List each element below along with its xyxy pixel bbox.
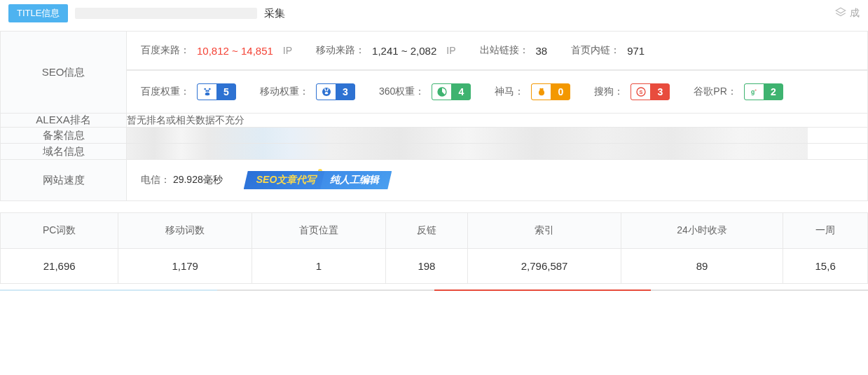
- stack-icon: [834, 6, 847, 21]
- stats-header-row: PC词数 移动词数 首页位置 反链 索引 24小时收录 一周: [1, 213, 868, 249]
- ip-suffix: IP: [283, 45, 292, 56]
- speed-row: 网站速度 电信： 29.928毫秒 SEO文章代写 纯人工编辑: [1, 160, 868, 201]
- stats-header[interactable]: 24小时收录: [621, 213, 783, 249]
- baidu-paw-icon: [197, 83, 216, 100]
- promo-badge[interactable]: SEO文章代写 纯人工编辑: [244, 171, 392, 189]
- stats-value[interactable]: 21,696: [1, 249, 118, 284]
- baidu-weight-value: 5: [216, 83, 236, 100]
- stats-value[interactable]: 89: [621, 249, 783, 284]
- shenma-weight-value: 0: [551, 83, 570, 100]
- stats-header[interactable]: 移动词数: [118, 213, 252, 249]
- title-bar: TITLE信息 采集 成: [0, 0, 868, 27]
- mobile-traffic-label: 移动来路：: [316, 44, 365, 57]
- sogou-weight-value: 3: [650, 83, 670, 100]
- 360-weight-badge[interactable]: 4: [432, 83, 471, 100]
- title-badge: TITLE信息: [8, 4, 68, 22]
- home-inlinks-value[interactable]: 971: [627, 45, 645, 57]
- shenma-weight-badge[interactable]: 0: [531, 83, 570, 100]
- baidu-traffic-value[interactable]: 10,812 ~ 14,851: [197, 45, 273, 57]
- 360-weight: 360权重： 4: [379, 83, 471, 100]
- svg-point-2: [539, 88, 542, 90]
- alexa-value: 暂无排名或相关数据不充分: [127, 114, 868, 128]
- icp-label: 备案信息: [1, 128, 127, 144]
- accent-segment: [0, 289, 217, 291]
- domain-value: [127, 144, 868, 160]
- seo-row: SEO信息 百度来路： 10,812 ~ 14,851 IP 移动来路： 1,2…: [1, 32, 868, 71]
- mobile-weight: 移动权重： 3: [260, 83, 355, 100]
- speed-value: 29.928毫秒: [173, 174, 223, 185]
- accent-segment: [217, 289, 434, 291]
- stats-value[interactable]: 1: [252, 249, 386, 284]
- stats-header[interactable]: 一周: [783, 213, 868, 249]
- promo-left-text: SEO文章代写: [244, 171, 326, 189]
- stats-value-row: 21,696 1,179 1 198 2,796,587 89 15,6: [1, 249, 868, 284]
- sogou-weight-badge[interactable]: S 3: [631, 83, 670, 100]
- seo-weights-cell: 百度权重： 5 移动权重： 3: [127, 71, 868, 114]
- title-masked: [75, 8, 257, 19]
- google-icon: g+: [744, 83, 764, 100]
- google-pr-badge[interactable]: g+ 2: [744, 83, 783, 100]
- bottom-accent: [0, 289, 868, 291]
- alexa-label: ALEXA排名: [1, 114, 127, 128]
- stats-header[interactable]: 反链: [385, 213, 468, 249]
- speed-isp-label: 电信：: [141, 174, 170, 185]
- accent-segment: [651, 289, 868, 291]
- 360-weight-value: 4: [451, 83, 471, 100]
- icp-value: [127, 128, 868, 144]
- alexa-row: ALEXA排名 暂无排名或相关数据不充分: [1, 114, 868, 128]
- baidu-traffic: 百度来路： 10,812 ~ 14,851 IP: [141, 44, 292, 57]
- redacted-content: [127, 128, 808, 143]
- shenma-weight-label: 神马：: [495, 86, 524, 98]
- stats-value[interactable]: 1,179: [118, 249, 252, 284]
- 360-weight-label: 360权重：: [379, 86, 425, 98]
- stats-header[interactable]: 索引: [468, 213, 621, 249]
- speed-cell: 电信： 29.928毫秒 SEO文章代写 纯人工编辑: [127, 160, 868, 201]
- mobile-traffic-value[interactable]: 1,241 ~ 2,082: [372, 45, 436, 57]
- shenma-icon: [531, 83, 551, 100]
- domain-row: 域名信息: [1, 144, 868, 160]
- stats-header[interactable]: PC词数: [1, 213, 118, 249]
- google-pr-label: 谷歌PR：: [694, 86, 736, 98]
- svg-text:g: g: [751, 88, 755, 95]
- seo-weights-row: 百度权重： 5 移动权重： 3: [1, 71, 868, 114]
- info-table: SEO信息 百度来路： 10,812 ~ 14,851 IP 移动来路： 1,2…: [0, 31, 868, 201]
- accent-segment: [434, 289, 652, 291]
- mobile-weight-value: 3: [336, 83, 355, 100]
- baidu-weight: 百度权重： 5: [141, 83, 236, 100]
- title-suffix: 采集: [264, 7, 285, 20]
- stats-value[interactable]: 15,6: [783, 249, 868, 284]
- seo-label: SEO信息: [1, 32, 127, 114]
- seo-traffic-cell: 百度来路： 10,812 ~ 14,851 IP 移动来路： 1,241 ~ 2…: [127, 32, 868, 71]
- header-right-label: 成: [850, 7, 860, 20]
- shenma-weight: 神马： 0: [495, 83, 570, 100]
- outlinks-value[interactable]: 38: [536, 45, 548, 57]
- mobile-weight-label: 移动权重：: [260, 86, 309, 98]
- baidu-weight-badge[interactable]: 5: [197, 83, 236, 100]
- home-inlinks: 首页内链： 971: [571, 44, 645, 57]
- home-inlinks-label: 首页内链：: [571, 44, 620, 57]
- svg-text:S: S: [639, 89, 642, 95]
- sogou-icon: S: [631, 83, 650, 100]
- mobile-traffic: 移动来路： 1,241 ~ 2,082 IP: [316, 44, 455, 57]
- baidu-traffic-label: 百度来路：: [141, 44, 190, 57]
- stats-header[interactable]: 首页位置: [252, 213, 386, 249]
- outlinks-label: 出站链接：: [480, 44, 529, 57]
- baidu-mobile-icon: [316, 83, 336, 100]
- ip-suffix: IP: [446, 45, 455, 56]
- stats-value[interactable]: 2,796,587: [468, 249, 621, 284]
- svg-point-3: [542, 88, 544, 90]
- svg-text:+: +: [755, 88, 757, 92]
- domain-label: 域名信息: [1, 144, 127, 160]
- promo-right-text: 纯人工编辑: [320, 171, 392, 189]
- speed-text: 电信： 29.928毫秒: [141, 174, 223, 186]
- baidu-weight-label: 百度权重：: [141, 86, 190, 98]
- sogou-weight-label: 搜狗：: [594, 86, 624, 98]
- mobile-weight-badge[interactable]: 3: [316, 83, 355, 100]
- header-right-button[interactable]: 成: [834, 6, 860, 21]
- speed-label: 网站速度: [1, 160, 127, 201]
- google-pr-value: 2: [764, 83, 783, 100]
- stats-table: PC词数 移动词数 首页位置 反链 索引 24小时收录 一周 21,696 1,…: [0, 212, 868, 284]
- stats-value[interactable]: 198: [385, 249, 468, 284]
- icp-row: 备案信息: [1, 128, 868, 144]
- google-pr: 谷歌PR： g+ 2: [694, 83, 783, 100]
